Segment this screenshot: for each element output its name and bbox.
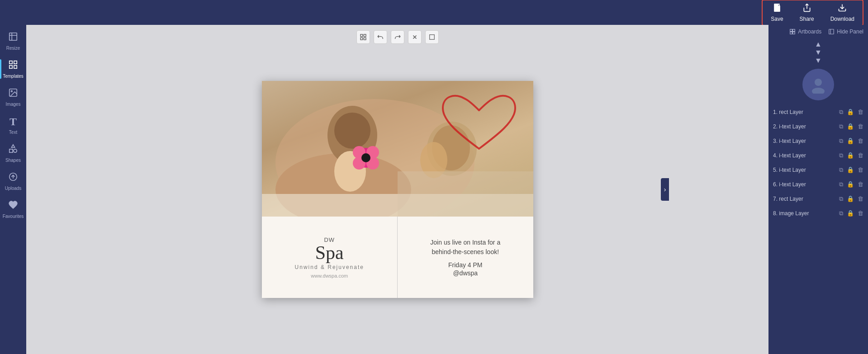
main-layout: Resize Templates Images T Text Shapes	[0, 25, 868, 354]
svg-point-38	[815, 79, 822, 86]
shapes-icon	[8, 144, 18, 156]
panel-toggle-button[interactable]: ›	[661, 178, 669, 201]
svg-rect-3	[9, 61, 12, 64]
layer-7-copy-icon[interactable]: ⧉	[839, 195, 843, 203]
sidebar-item-shapes[interactable]: Shapes	[0, 139, 26, 167]
save-label: Save	[771, 16, 783, 22]
undo-button[interactable]	[374, 30, 387, 44]
layer-1-delete-icon[interactable]: 🗑	[858, 109, 863, 116]
left-sidebar: Resize Templates Images T Text Shapes	[0, 25, 26, 354]
layer-2-name: 2. i-text Layer	[773, 123, 837, 130]
artboards-button[interactable]: Artboards	[789, 28, 821, 35]
layer-6-copy-icon[interactable]: ⧉	[839, 181, 843, 188]
save-button[interactable]: Save	[763, 0, 791, 25]
canvas-area[interactable]: DW Spa Unwind & Rejuvenate www.dwspa.com…	[26, 25, 768, 354]
svg-point-39	[812, 88, 825, 94]
layer-item-3[interactable]: 3. i-text Layer ⧉ 🔒 🗑	[768, 134, 868, 148]
sidebar-item-uploads[interactable]: Uploads	[0, 167, 26, 195]
svg-rect-13	[364, 34, 366, 37]
layer-3-copy-icon[interactable]: ⧉	[839, 137, 843, 145]
layer-8-copy-icon[interactable]: ⧉	[839, 210, 843, 217]
avatar	[802, 69, 834, 100]
favourites-icon	[8, 200, 18, 212]
layer-4-actions: ⧉ 🔒 🗑	[839, 152, 863, 159]
right-panel: Artboards Hide Panel ▲ ▼ ▼ 1. rect Layer	[768, 25, 868, 354]
uploads-icon	[8, 172, 18, 184]
panel-header: Artboards Hide Panel	[768, 25, 868, 38]
close-button[interactable]	[408, 30, 422, 44]
artboards-label: Artboards	[798, 28, 821, 35]
layer-5-delete-icon[interactable]: 🗑	[858, 166, 863, 174]
layer-item-8[interactable]: 8. image Layer ⧉ 🔒 🗑	[768, 206, 868, 221]
layer-2-copy-icon[interactable]: ⧉	[839, 123, 843, 130]
templates-icon	[8, 60, 18, 72]
text-icon: T	[9, 116, 17, 128]
sidebar-item-text[interactable]: T Text	[0, 111, 26, 139]
spa-brand-name: Spa	[315, 243, 344, 262]
layer-3-actions: ⧉ 🔒 🗑	[839, 137, 863, 145]
sidebar-item-resize[interactable]: Resize	[0, 27, 26, 55]
layer-4-copy-icon[interactable]: ⧉	[839, 152, 843, 159]
svg-rect-35	[790, 32, 792, 34]
layer-3-delete-icon[interactable]: 🗑	[858, 137, 863, 145]
resize-label: Resize	[6, 46, 20, 51]
layer-6-delete-icon[interactable]: 🗑	[858, 181, 863, 188]
layer-item-2[interactable]: 2. i-text Layer ⧉ 🔒 🗑	[768, 119, 868, 134]
svg-rect-4	[14, 61, 17, 64]
design-right-info: Join us live on Insta for a behind-the-s…	[398, 217, 533, 298]
svg-rect-12	[360, 34, 363, 37]
svg-rect-15	[364, 38, 366, 40]
layer-8-delete-icon[interactable]: 🗑	[858, 210, 863, 217]
layer-item-5[interactable]: 5. i-text Layer ⧉ 🔒 🗑	[768, 163, 868, 177]
layer-6-lock-icon[interactable]: 🔒	[847, 181, 854, 188]
sidebar-item-templates[interactable]: Templates	[0, 55, 26, 83]
svg-point-8	[11, 90, 12, 92]
svg-rect-36	[793, 32, 795, 34]
layer-5-lock-icon[interactable]: 🔒	[847, 166, 854, 174]
layer-6-actions: ⧉ 🔒 🗑	[839, 181, 863, 188]
share-button[interactable]: Share	[792, 0, 822, 25]
layer-8-actions: ⧉ 🔒 🗑	[839, 210, 863, 217]
scroll-up-arrow[interactable]: ▲	[815, 41, 822, 48]
layer-item-4[interactable]: 4. i-text Layer ⧉ 🔒 🗑	[768, 148, 868, 163]
hide-panel-button[interactable]: Hide Panel	[828, 28, 863, 35]
layer-7-delete-icon[interactable]: 🗑	[858, 195, 863, 203]
images-label: Images	[6, 102, 21, 107]
images-icon	[8, 88, 18, 100]
redo-button[interactable]	[391, 30, 404, 44]
sidebar-item-images[interactable]: Images	[0, 83, 26, 111]
layer-4-name: 4. i-text Layer	[773, 152, 837, 159]
resize-icon	[8, 32, 18, 44]
layer-1-name: 1. rect Layer	[773, 109, 837, 115]
download-label: Download	[830, 16, 854, 22]
layer-3-lock-icon[interactable]: 🔒	[847, 137, 854, 145]
layer-item-1[interactable]: 1. rect Layer ⧉ 🔒 🗑	[768, 105, 868, 119]
layer-4-lock-icon[interactable]: 🔒	[847, 152, 854, 159]
layer-7-lock-icon[interactable]: 🔒	[847, 195, 854, 203]
layer-1-copy-icon[interactable]: ⧉	[839, 109, 843, 116]
scroll-down-arrow[interactable]: ▼	[815, 57, 822, 64]
sidebar-item-favourites[interactable]: Favourites	[0, 195, 26, 223]
spa-tagline: Unwind & Rejuvenate	[295, 264, 364, 270]
layer-2-delete-icon[interactable]: 🗑	[858, 123, 863, 130]
templates-label: Templates	[3, 74, 24, 79]
save-icon	[773, 3, 782, 14]
layer-8-lock-icon[interactable]: 🔒	[847, 210, 854, 217]
scroll-down-double-arrow[interactable]: ▼	[815, 49, 822, 56]
layer-item-6[interactable]: 6. i-text Layer ⧉ 🔒 🗑	[768, 177, 868, 192]
grid-tool-button[interactable]	[356, 30, 370, 44]
layer-1-lock-icon[interactable]: 🔒	[847, 109, 854, 116]
layer-4-delete-icon[interactable]: 🗑	[858, 152, 863, 159]
download-icon	[838, 3, 847, 14]
layer-5-copy-icon[interactable]: ⧉	[839, 166, 843, 174]
svg-rect-32	[398, 171, 533, 217]
layer-item-7[interactable]: 7. rect Layer ⧉ 🔒 🗑	[768, 192, 868, 206]
download-button[interactable]: Download	[822, 0, 863, 25]
design-canvas[interactable]: DW Spa Unwind & Rejuvenate www.dwspa.com…	[262, 81, 533, 298]
expand-button[interactable]	[425, 30, 439, 44]
uploads-label: Uploads	[5, 186, 22, 191]
hide-panel-label: Hide Panel	[837, 28, 863, 35]
layer-7-actions: ⧉ 🔒 🗑	[839, 195, 863, 203]
layer-2-lock-icon[interactable]: 🔒	[847, 123, 854, 130]
right-promo-text: Join us live on Insta for a behind-the-s…	[430, 238, 500, 257]
